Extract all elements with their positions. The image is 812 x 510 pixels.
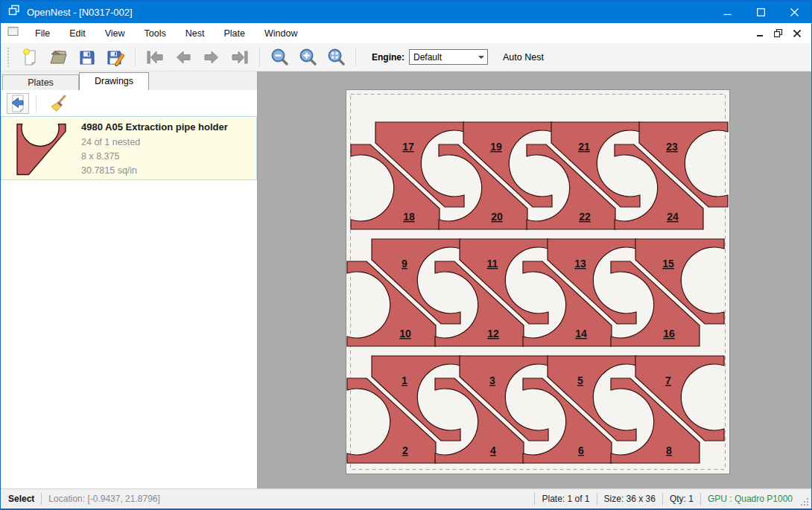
menu-view[interactable]: View bbox=[95, 25, 135, 42]
mdi-close-button[interactable] bbox=[789, 26, 805, 41]
menu-nest[interactable]: Nest bbox=[176, 25, 215, 42]
left-panel: Plates Drawings 4980 A05 Extraction pipe… bbox=[1, 71, 258, 488]
part-number-label: 20 bbox=[491, 211, 503, 223]
part-number-label: 14 bbox=[575, 328, 587, 340]
part-number-label: 15 bbox=[662, 258, 674, 270]
document-window-icon[interactable] bbox=[7, 26, 19, 40]
zoom-in-icon[interactable] bbox=[296, 46, 320, 68]
mdi-restore-button[interactable] bbox=[770, 26, 787, 41]
close-button[interactable] bbox=[778, 1, 811, 23]
drawing-title: 4980 A05 Extraction pipe holder bbox=[81, 121, 228, 133]
resize-grip[interactable] bbox=[800, 497, 809, 506]
app-window: OpenNest - [N0317-002] File Edit View To… bbox=[0, 0, 812, 510]
part-number-label: 17 bbox=[402, 141, 414, 153]
go-first-icon[interactable] bbox=[143, 46, 167, 68]
drawing-list-empty-area bbox=[1, 180, 257, 488]
toolbar-separator bbox=[355, 48, 356, 67]
menu-plate[interactable]: Plate bbox=[214, 25, 255, 42]
zoom-fit-icon[interactable] bbox=[324, 46, 348, 68]
window-title: OpenNest - [N0317-002] bbox=[27, 7, 711, 18]
status-separator bbox=[534, 493, 535, 505]
main-toolbar: Engine: Default Auto Nest bbox=[1, 43, 811, 71]
toolbar-separator bbox=[135, 48, 136, 67]
part-number-label: 16 bbox=[663, 328, 675, 340]
open-folder-icon[interactable] bbox=[47, 46, 71, 68]
engine-select[interactable]: Default bbox=[409, 49, 488, 65]
clean-broom-icon[interactable] bbox=[47, 93, 69, 114]
drawings-toolbar bbox=[1, 90, 257, 116]
panel-toolbar-separator bbox=[36, 95, 37, 112]
engine-label: Engine: bbox=[372, 52, 405, 63]
engine-value: Default bbox=[410, 52, 475, 63]
save-as-icon[interactable] bbox=[104, 46, 127, 68]
status-separator bbox=[662, 493, 663, 505]
status-location: Location: [-0.9437, 21.8796] bbox=[48, 494, 159, 504]
part-number-label: 2 bbox=[402, 444, 408, 456]
part-number-label: 3 bbox=[489, 374, 495, 386]
go-last-icon[interactable] bbox=[228, 46, 252, 68]
part-number-label: 11 bbox=[487, 258, 498, 270]
nest-canvas[interactable]: 171819202122232491011121314151612345678 bbox=[258, 71, 811, 488]
part-number-label: 9 bbox=[402, 258, 407, 270]
minimize-button[interactable] bbox=[711, 1, 744, 23]
menu-tools[interactable]: Tools bbox=[135, 25, 176, 42]
save-icon[interactable] bbox=[75, 46, 99, 68]
status-bar: Select Location: [-0.9437, 21.8796] Plat… bbox=[1, 488, 811, 509]
title-bar: OpenNest - [N0317-002] bbox=[1, 1, 811, 23]
part-number-label: 13 bbox=[574, 258, 586, 270]
part-number-label: 21 bbox=[578, 141, 590, 153]
status-gpu: GPU : Quadro P1000 bbox=[708, 494, 793, 504]
menu-edit[interactable]: Edit bbox=[60, 25, 95, 42]
drawing-area: 30.7815 sq/in bbox=[81, 164, 228, 178]
drawing-size: 8 x 8.375 bbox=[81, 150, 228, 164]
mdi-minimize-button[interactable] bbox=[752, 26, 768, 41]
part-number-label: 12 bbox=[487, 328, 499, 340]
menu-bar: File Edit View Tools Nest Plate Window bbox=[1, 23, 811, 43]
auto-nest-button[interactable]: Auto Nest bbox=[498, 49, 548, 66]
zoom-out-icon[interactable] bbox=[267, 46, 291, 68]
go-previous-icon[interactable] bbox=[171, 46, 195, 68]
part-number-label: 23 bbox=[666, 141, 678, 153]
part-number-label: 1 bbox=[402, 374, 407, 386]
part-number-label: 8 bbox=[666, 444, 672, 456]
drawing-nested-count: 24 of 1 nested bbox=[81, 136, 228, 150]
status-qty: Qty: 1 bbox=[670, 494, 694, 504]
part-number-label: 7 bbox=[665, 374, 671, 386]
go-next-icon[interactable] bbox=[200, 46, 223, 68]
part-number-label: 18 bbox=[403, 211, 415, 223]
app-icon bbox=[8, 4, 20, 19]
tab-plates[interactable]: Plates bbox=[2, 74, 79, 90]
drawing-thumbnail bbox=[16, 124, 67, 179]
status-separator bbox=[41, 493, 42, 505]
import-drawing-icon[interactable] bbox=[7, 93, 29, 114]
maximize-button[interactable] bbox=[744, 1, 778, 23]
status-size: Size: 36 x 36 bbox=[604, 494, 656, 504]
part-number-label: 24 bbox=[667, 211, 679, 223]
chevron-down-icon[interactable] bbox=[475, 50, 487, 64]
plate-svg: 171819202122232491011121314151612345678 bbox=[346, 89, 730, 474]
status-mode: Select bbox=[8, 494, 34, 504]
tab-strip: Plates Drawings bbox=[1, 71, 257, 90]
status-separator bbox=[597, 493, 597, 505]
part-number-label: 19 bbox=[490, 141, 502, 153]
menu-window[interactable]: Window bbox=[255, 25, 307, 42]
part-number-label: 10 bbox=[399, 328, 411, 340]
toolbar-grip[interactable] bbox=[7, 48, 10, 67]
new-document-icon[interactable] bbox=[19, 46, 42, 68]
status-separator bbox=[700, 493, 701, 505]
status-plate: Plate: 1 of 1 bbox=[542, 494, 589, 504]
toolbar-separator bbox=[259, 48, 260, 67]
tab-drawings[interactable]: Drawings bbox=[79, 72, 149, 90]
part-number-label: 4 bbox=[490, 444, 496, 456]
part-number-label: 22 bbox=[579, 211, 591, 223]
menu-file[interactable]: File bbox=[25, 25, 60, 42]
part-number-label: 6 bbox=[578, 444, 584, 456]
drawing-list-item[interactable]: 4980 A05 Extraction pipe holder 24 of 1 … bbox=[1, 116, 257, 180]
part-number-label: 5 bbox=[577, 374, 583, 386]
